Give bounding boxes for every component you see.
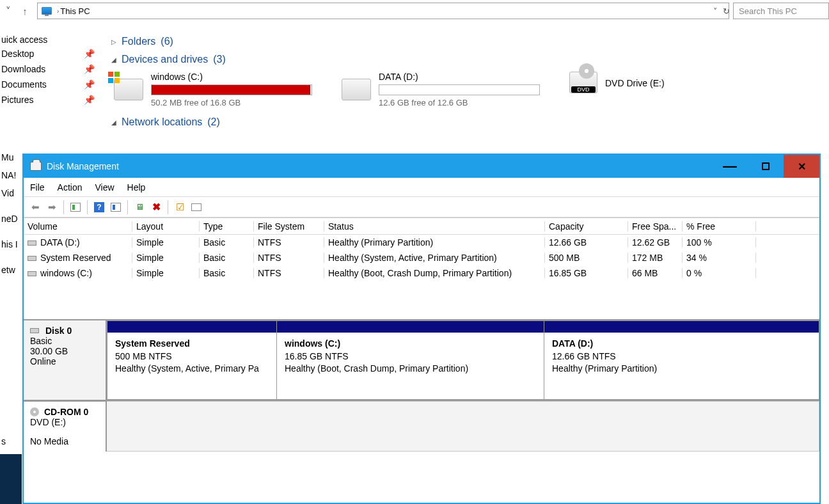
cdrom-state: No Media: [30, 436, 99, 446]
section-folders-count: (6): [161, 36, 173, 47]
cdrom-sub: DVD (E:): [30, 417, 99, 427]
breadcrumb-sep-icon: ›: [57, 8, 59, 15]
explorer-nav-pane: uick access Desktop📌 Downloads📌 Document…: [0, 22, 102, 169]
section-folders[interactable]: ▷ Folders (6): [111, 36, 829, 47]
volume-row[interactable]: windows (C:)SimpleBasicNTFSHealthy (Boot…: [24, 265, 819, 281]
pin-icon: 📌: [84, 49, 95, 59]
list-icon[interactable]: [189, 200, 204, 215]
forward-icon[interactable]: ➡: [44, 200, 59, 215]
disk-icon: [30, 328, 39, 333]
cdrom-0-block[interactable]: CD-ROM 0 DVD (E:) No Media: [24, 400, 819, 452]
pin-icon: 📌: [84, 64, 95, 74]
section-network[interactable]: ◢ Network locations (2): [111, 116, 829, 128]
section-devices-count: (3): [213, 54, 226, 65]
drive-name: DATA (D:): [379, 72, 540, 82]
disk-management-window: Disk Management — ✕ File Action View Hel…: [22, 154, 821, 504]
help-icon[interactable]: ?: [91, 200, 107, 215]
usage-bar: [379, 84, 540, 95]
col-free-space[interactable]: Free Spa...: [628, 221, 683, 232]
col-status[interactable]: Status: [324, 221, 545, 232]
section-devices[interactable]: ◢ Devices and drives (3): [111, 54, 829, 65]
pin-icon: 📌: [84, 95, 95, 105]
sidebar-cutoff: Mu NA! Vid neD his I etw s: [0, 148, 23, 504]
volume-list: Volume Layout Type File System Status Ca…: [24, 217, 819, 281]
drive-icon: [342, 79, 371, 100]
col-capacity[interactable]: Capacity: [545, 221, 628, 232]
address-bar[interactable]: › This PC ˅ ↻: [37, 3, 729, 19]
refresh-icon[interactable]: 🖥: [132, 200, 147, 215]
drive-free-text: 50.2 MB free of 16.8 GB: [151, 98, 312, 107]
settings-icon[interactable]: [108, 200, 123, 215]
usage-bar: [151, 84, 312, 95]
col-layout[interactable]: Layout: [132, 221, 200, 232]
volume-list-header[interactable]: Volume Layout Type File System Status Ca…: [24, 218, 819, 235]
taskbar-fragment: [0, 454, 22, 504]
sidebar-item-desktop[interactable]: Desktop📌: [0, 46, 102, 61]
volume-row[interactable]: DATA (D:)SimpleBasicNTFSHealthy (Primary…: [24, 235, 819, 250]
drive-c[interactable]: windows (C:) 50.2 MB free of 16.8 GB: [114, 72, 325, 107]
menu-action[interactable]: Action: [58, 182, 83, 193]
sidebar-item-quick-access[interactable]: uick access: [0, 33, 102, 46]
partition-windows-c[interactable]: windows (C:) 16.85 GB NTFS Healthy (Boot…: [277, 320, 544, 400]
drive-icon: [114, 79, 143, 100]
this-pc-icon: [42, 7, 52, 15]
properties-icon[interactable]: ☑: [172, 200, 187, 215]
drive-free-text: 12.6 GB free of 12.6 GB: [379, 98, 540, 107]
disk-0-label[interactable]: Disk 0 Basic 30.00 GB Online: [24, 320, 107, 400]
maximize-button[interactable]: [748, 155, 784, 178]
menu-view[interactable]: View: [95, 182, 114, 193]
disk-0-size: 30.00 GB: [30, 346, 99, 356]
breadcrumb-this-pc[interactable]: This PC: [60, 6, 90, 16]
dm-menubar: File Action View Help: [24, 178, 819, 197]
col-pct-free[interactable]: % Free: [683, 221, 756, 232]
dvd-drive-icon: [569, 72, 597, 93]
nav-up-icon[interactable]: ↑: [18, 4, 32, 18]
disk-management-icon: [30, 162, 42, 171]
show-hide-tree-icon[interactable]: [68, 200, 83, 215]
minimize-button[interactable]: —: [712, 155, 748, 178]
volume-icon: [28, 271, 36, 276]
section-network-label: Network locations: [122, 116, 202, 128]
expand-icon: ◢: [111, 56, 116, 63]
disk-graphical-view: Disk 0 Basic 30.00 GB Online System Rese…: [24, 319, 819, 452]
volume-row[interactable]: System ReservedSimpleBasicNTFSHealthy (S…: [24, 250, 819, 265]
col-type[interactable]: Type: [200, 221, 254, 232]
pin-icon: 📌: [84, 79, 95, 90]
section-folders-label: Folders: [122, 36, 155, 47]
cdrom-icon: [30, 407, 39, 416]
history-dropdown-icon[interactable]: ˅: [1, 4, 15, 18]
volume-icon: [28, 240, 36, 246]
dm-title: Disk Management: [47, 161, 119, 171]
drive-e[interactable]: DVD Drive (E:): [569, 72, 697, 93]
partition-data-d[interactable]: DATA (D:) 12.66 GB NTFS Healthy (Primary…: [544, 320, 819, 400]
volume-icon: [28, 256, 36, 261]
cdrom-empty-area[interactable]: [107, 401, 819, 452]
sidebar-item-pictures[interactable]: Pictures📌: [0, 92, 102, 107]
refresh-icon[interactable]: ↻: [723, 6, 730, 16]
expand-icon: ◢: [111, 119, 116, 126]
search-input[interactable]: Search This PC: [733, 3, 829, 19]
menu-file[interactable]: File: [30, 182, 45, 193]
disk-0-state: Online: [30, 356, 99, 366]
disk-0-type: Basic: [30, 336, 99, 346]
partition-system-reserved[interactable]: System Reserved 500 MB NTFS Healthy (Sys…: [107, 320, 277, 400]
close-button[interactable]: ✕: [784, 155, 819, 178]
menu-help[interactable]: Help: [127, 182, 146, 193]
back-icon[interactable]: ⬅: [28, 200, 43, 215]
col-filesystem[interactable]: File System: [254, 221, 324, 232]
dm-titlebar[interactable]: Disk Management — ✕: [24, 155, 819, 178]
section-network-count: (2): [207, 116, 220, 128]
search-placeholder: Search This PC: [739, 6, 797, 16]
explorer-content: ▷ Folders (6) ◢ Devices and drives (3) w…: [102, 22, 829, 169]
sidebar-item-downloads[interactable]: Downloads📌: [0, 61, 102, 77]
collapse-icon: ▷: [111, 38, 116, 45]
col-volume[interactable]: Volume: [24, 221, 132, 232]
drive-name: windows (C:): [151, 72, 312, 82]
addr-dropdown-icon[interactable]: ˅: [713, 6, 718, 16]
section-devices-label: Devices and drives: [122, 54, 208, 65]
disk-0-block[interactable]: Disk 0 Basic 30.00 GB Online System Rese…: [24, 319, 819, 400]
drive-d[interactable]: DATA (D:) 12.6 GB free of 12.6 GB: [342, 72, 553, 107]
sidebar-item-documents[interactable]: Documents📌: [0, 77, 102, 92]
dm-toolbar: ⬅ ➡ ? 🖥 ✖ ☑: [24, 197, 819, 217]
delete-icon[interactable]: ✖: [148, 200, 164, 215]
